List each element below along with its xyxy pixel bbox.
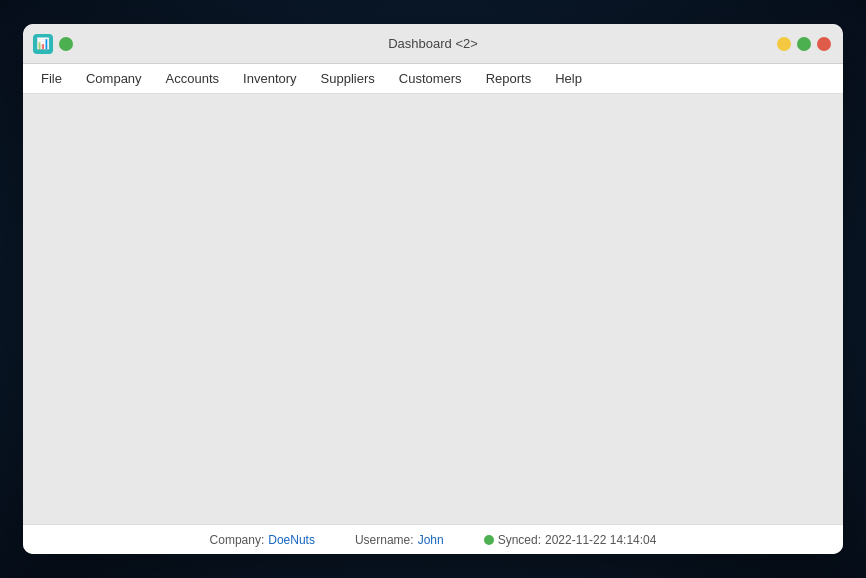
sync-status: Synced: 2022-11-22 14:14:04 bbox=[484, 533, 657, 547]
company-status: Company: DoeNuts bbox=[210, 533, 315, 547]
username-status: Username: John bbox=[355, 533, 444, 547]
status-bar: Company: DoeNuts Username: John Synced: … bbox=[23, 524, 843, 554]
close-button[interactable] bbox=[817, 37, 831, 51]
menu-item-company[interactable]: Company bbox=[76, 67, 152, 90]
app-icon: 📊 bbox=[33, 34, 53, 54]
company-label: Company: bbox=[210, 533, 265, 547]
title-bar-left: 📊 bbox=[33, 34, 73, 54]
main-content-area bbox=[23, 94, 843, 524]
minimize-button[interactable] bbox=[777, 37, 791, 51]
username-label: Username: bbox=[355, 533, 414, 547]
menu-item-accounts[interactable]: Accounts bbox=[156, 67, 229, 90]
menu-item-suppliers[interactable]: Suppliers bbox=[311, 67, 385, 90]
title-bar-controls bbox=[777, 37, 831, 51]
sync-icon bbox=[484, 535, 494, 545]
menu-bar: File Company Accounts Inventory Supplier… bbox=[23, 64, 843, 94]
username-value: John bbox=[418, 533, 444, 547]
menu-item-customers[interactable]: Customers bbox=[389, 67, 472, 90]
main-window: 📊 Dashboard <2> File Company Accounts In… bbox=[23, 24, 843, 554]
sync-label: Synced: bbox=[498, 533, 541, 547]
title-bar: 📊 Dashboard <2> bbox=[23, 24, 843, 64]
sync-timestamp: 2022-11-22 14:14:04 bbox=[545, 533, 656, 547]
window-title: Dashboard <2> bbox=[388, 36, 478, 51]
menu-item-file[interactable]: File bbox=[31, 67, 72, 90]
menu-item-inventory[interactable]: Inventory bbox=[233, 67, 306, 90]
company-value: DoeNuts bbox=[268, 533, 315, 547]
menu-item-help[interactable]: Help bbox=[545, 67, 592, 90]
maximize-button[interactable] bbox=[797, 37, 811, 51]
menu-item-reports[interactable]: Reports bbox=[476, 67, 542, 90]
window-status-dot bbox=[59, 37, 73, 51]
